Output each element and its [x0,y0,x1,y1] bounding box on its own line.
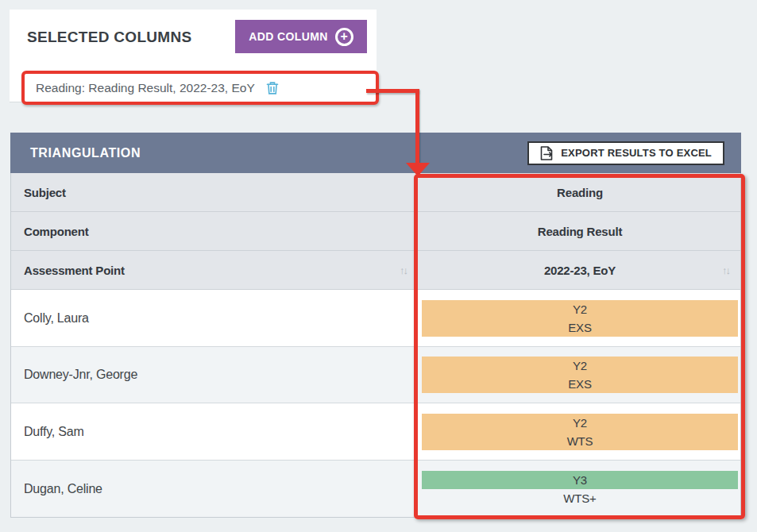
table-title: TRIANGULATION [30,146,141,160]
student-row: Downey-Jnr, George Y2 EXS [11,347,740,403]
table-body: Subject Reading Component Reading Result… [10,173,741,518]
year-band: Y2 [422,357,738,375]
assessment-point-value: 2022-23, EoY [544,264,616,277]
student-row: Colly, Laura Y2 EXS [11,290,740,347]
grade-band: EXS [422,318,738,337]
add-column-button[interactable]: ADD COLUMN + [235,20,367,53]
plus-circle-icon: + [335,28,353,46]
student-name: Dugan, Celine [11,461,419,517]
selected-columns-panel: SELECTED COLUMNS ADD COLUMN + Reading: R… [10,10,377,102]
sort-icon[interactable]: ↑↓ [400,264,407,276]
page: SELECTED COLUMNS ADD COLUMN + Reading: R… [0,0,757,532]
triangulation-table: TRIANGULATION EXPORT RESULTS TO EXCEL Su… [10,133,741,518]
trash-icon[interactable] [266,81,279,95]
grade-band: WTS+ [422,489,738,507]
student-row: Duffy, Sam Y2 WTS [11,403,740,461]
selected-column-item[interactable]: Reading: Reading Result, 2022-23, EoY [21,71,379,105]
meta-row-assessment-point: Assessment Point ↑↓ 2022-23, EoY ↑↓ [11,251,740,290]
result-cell: Y3 WTS+ [419,461,740,517]
result-cell: Y2 WTS [419,403,740,460]
component-value: Reading Result [538,225,622,238]
export-to-excel-button[interactable]: EXPORT RESULTS TO EXCEL [527,141,724,165]
result-cell: Y2 EXS [419,290,740,346]
meta-row-component: Component Reading Result [11,212,740,251]
grade-band: EXS [422,375,738,393]
student-name: Colly, Laura [11,290,419,346]
student-name: Duffy, Sam [11,403,419,460]
grade-band: WTS [422,432,738,450]
result-cell: Y2 EXS [419,347,740,403]
assessment-point-label: Assessment Point [24,264,125,277]
student-name: Downey-Jnr, George [11,347,419,403]
subject-label: Subject [24,186,66,199]
export-file-icon [540,146,553,160]
student-row: Dugan, Celine Y3 WTS+ [11,461,740,517]
subject-value: Reading [557,186,603,199]
export-button-label: EXPORT RESULTS TO EXCEL [561,147,712,159]
meta-row-subject: Subject Reading [11,173,740,212]
panel-title: SELECTED COLUMNS [27,29,191,46]
component-label: Component [24,225,89,238]
year-band: Y2 [422,300,738,318]
year-band: Y3 [422,471,738,489]
selected-column-label: Reading: Reading Result, 2022-23, EoY [36,81,255,95]
table-header-bar: TRIANGULATION EXPORT RESULTS TO EXCEL [10,133,741,173]
add-column-label: ADD COLUMN [249,30,328,43]
year-band: Y2 [422,414,738,432]
sort-icon[interactable]: ↑↓ [722,264,729,276]
